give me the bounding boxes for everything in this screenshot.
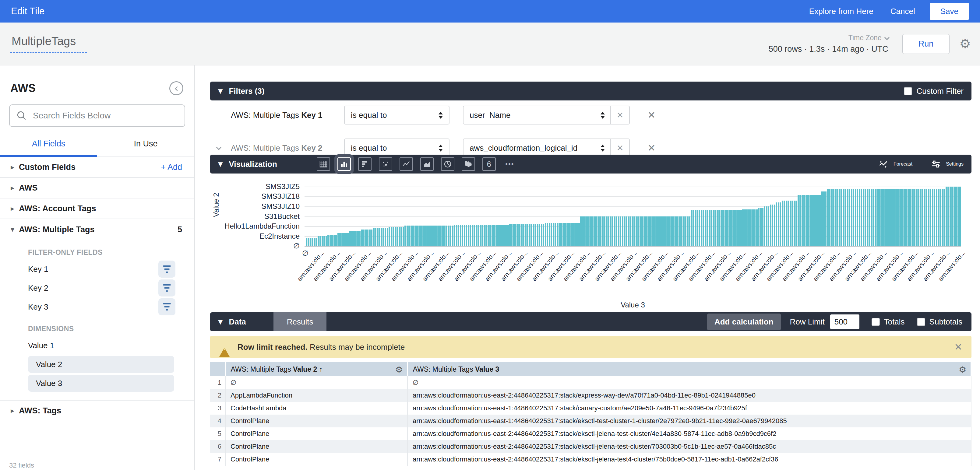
viz-settings-button[interactable]: Settings [931, 159, 964, 169]
filter-value-select[interactable]: aws_cloudformation_logical_id ✕ [463, 138, 630, 155]
run-button[interactable]: Run [902, 34, 950, 54]
pie-chart-icon[interactable] [441, 157, 454, 171]
line-chart-icon[interactable] [399, 157, 413, 171]
add-custom-field-button[interactable]: + Add [161, 162, 182, 172]
chart-bar [942, 189, 943, 246]
column-gear-icon[interactable]: ⚙ [395, 365, 402, 375]
field-item-key-1[interactable]: Key 1 [0, 260, 194, 278]
chart-bar [434, 225, 436, 246]
tab-in-use[interactable]: In Use [97, 139, 194, 156]
sidebar-section-aws-account-tags[interactable]: ▸ AWS: Account Tags [0, 198, 194, 219]
chart-bar [602, 216, 604, 246]
table-row[interactable]: 7ControlPlanearn:aws:cloudformation:us-e… [210, 453, 971, 466]
sidebar-section-aws[interactable]: ▸ AWS [0, 178, 194, 198]
explore-from-here-link[interactable]: Explore from Here [809, 7, 873, 16]
chart-bar [807, 195, 809, 246]
save-button[interactable]: Save [930, 3, 969, 20]
chart-bar [795, 201, 797, 246]
table-row[interactable]: 3CodeHashLambdaarn:aws:cloudformation:us… [210, 402, 971, 414]
chart-bar [721, 210, 722, 246]
chart-bar [900, 189, 902, 246]
column-chart-icon[interactable] [337, 157, 351, 171]
chart-bar [598, 216, 600, 246]
area-chart-icon[interactable] [420, 157, 434, 171]
map-chart-icon[interactable] [462, 157, 475, 171]
chart-bar [474, 225, 475, 246]
chart-bar [503, 225, 504, 246]
field-item-value-1[interactable]: Value 1 [0, 336, 194, 355]
filter-by-field-icon[interactable] [158, 299, 175, 315]
chart-bar [347, 233, 349, 246]
scatter-plot-icon[interactable] [379, 157, 392, 171]
table-row[interactable]: 6ControlPlanearn:aws:cloudformation:us-e… [210, 440, 971, 453]
filter-by-field-icon[interactable] [158, 279, 175, 297]
chart-bar [383, 228, 384, 246]
sort-asc-icon: ↑ [317, 365, 323, 373]
search-input[interactable] [33, 111, 178, 121]
filter-by-field-icon[interactable] [158, 260, 175, 278]
tab-results[interactable]: Results [274, 312, 327, 331]
table-row[interactable]: 2AppLambdaFunctionarn:aws:cloudformation… [210, 389, 971, 402]
visualization-section-bar[interactable]: ▼ Visualization 6••• Forecast S [210, 155, 972, 173]
sidebar-section-custom-fields[interactable]: ▸ Custom Fields + Add [0, 157, 194, 178]
chart-bar [367, 230, 369, 246]
chart-bar [404, 225, 406, 246]
chart-bar [764, 206, 765, 246]
field-item-key-3[interactable]: Key 3 [0, 297, 194, 316]
field-item-key-2[interactable]: Key 2 [0, 278, 194, 297]
clear-value-icon[interactable]: ✕ [610, 139, 629, 155]
data-section-bar[interactable]: ▼ Data Results Add calculation Row Limit… [210, 312, 972, 331]
table-row[interactable]: 4ControlPlanearn:aws:cloudformation:us-e… [210, 414, 971, 427]
chart-bar [401, 227, 402, 246]
field-item-value-3[interactable]: Value 3 [0, 374, 194, 393]
filters-section-bar[interactable]: ▼ Filters (3) Custom Filter [210, 82, 972, 100]
field-item-value-2[interactable]: Value 2 [0, 355, 194, 374]
y-tick-label: SMS3JIZ5 [266, 183, 300, 191]
collapse-sidebar-button[interactable] [169, 81, 183, 95]
chevron-down-icon[interactable] [216, 145, 221, 150]
sidebar-section-aws-multiple-tags[interactable]: ▾ AWS: Multiple Tags 5 [0, 219, 194, 240]
column-header-value3[interactable]: AWS: Multiple Tags Value 3 ⚙ [407, 362, 971, 376]
custom-filter-checkbox[interactable] [904, 87, 912, 95]
column-gear-icon[interactable]: ⚙ [959, 365, 966, 375]
table-row[interactable]: 1∅∅ [210, 376, 971, 389]
filter-operator-select[interactable]: is equal to [344, 138, 450, 155]
totals-checkbox[interactable] [872, 318, 880, 326]
close-warning-icon[interactable]: ✕ [954, 341, 963, 353]
sidebar-section-aws-tags[interactable]: ▸ AWS: Tags [0, 400, 194, 421]
chart-bar [610, 216, 611, 246]
selected-field-pill: Value 2 [28, 356, 174, 373]
chart-bar [612, 216, 613, 246]
chart-bar [399, 227, 400, 246]
cancel-button[interactable]: Cancel [891, 7, 915, 16]
chart-bar [482, 225, 483, 246]
add-calculation-button[interactable]: Add calculation [707, 314, 781, 330]
forecast-button[interactable]: Forecast [878, 159, 912, 169]
chart-bar [791, 201, 793, 246]
gear-icon[interactable]: ⚙ [959, 37, 971, 50]
table-row[interactable]: 5ControlPlanearn:aws:cloudformation:us-e… [210, 427, 971, 440]
more-options-icon[interactable]: ••• [503, 157, 517, 171]
filter-value-select[interactable]: user_Name ✕ [463, 106, 630, 124]
chart-bar [306, 238, 307, 246]
field-search-box[interactable] [9, 105, 185, 127]
dimensions-heading: DIMENSIONS [0, 316, 194, 336]
remove-filter-icon[interactable]: ✕ [648, 142, 655, 154]
bar-chart-icon[interactable] [358, 157, 372, 171]
tab-all-fields[interactable]: All Fields [0, 139, 97, 156]
chart-bar [802, 195, 803, 246]
single-value-icon[interactable]: 6 [482, 157, 496, 171]
chart-bar [932, 189, 934, 246]
chart-bar [632, 216, 633, 246]
column-header-value2[interactable]: AWS: Multiple Tags Value 2 ↑ ⚙ [225, 362, 407, 376]
table-chart-icon[interactable] [317, 157, 330, 171]
y-tick-label: Ec2Instance [259, 232, 300, 240]
row-limit-input[interactable] [830, 314, 859, 329]
subtotals-checkbox[interactable] [917, 318, 925, 326]
clear-value-icon[interactable]: ✕ [610, 106, 629, 124]
timezone-dropdown[interactable]: Time Zone [848, 34, 888, 42]
remove-filter-icon[interactable]: ✕ [648, 109, 655, 121]
filter-operator-select[interactable]: is equal to [344, 106, 450, 124]
chart-bar [576, 223, 578, 246]
custom-filter-label: Custom Filter [916, 86, 964, 96]
